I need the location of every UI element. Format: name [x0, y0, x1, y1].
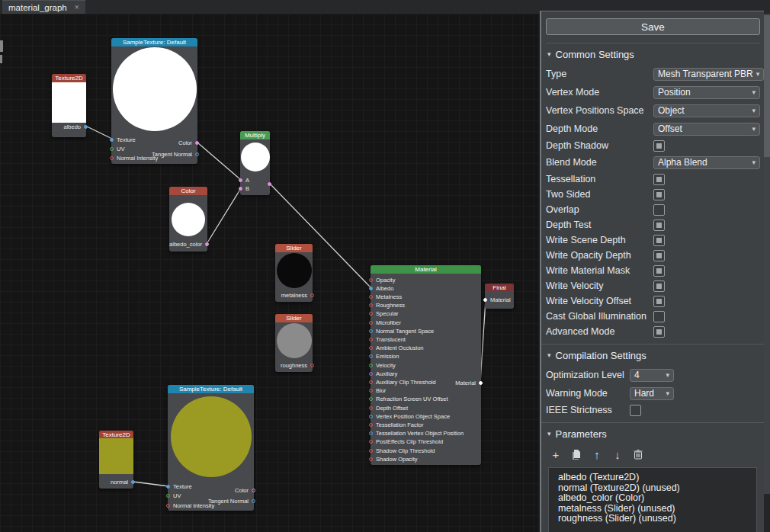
input-port-emission[interactable]: [369, 354, 373, 358]
input-port-depth-offset[interactable]: [369, 406, 373, 410]
type-dropdown[interactable]: Mesh Transparent PBR▾: [653, 68, 764, 81]
advanced-mode-checkbox[interactable]: [653, 326, 665, 338]
parameter-list-item[interactable]: albedo (Texture2D): [558, 473, 756, 483]
node-header[interactable]: Slider: [275, 314, 313, 322]
input-port-normal-intensity[interactable]: [166, 504, 170, 508]
input-port-auxiliary-clip-threshold[interactable]: [369, 380, 373, 384]
input-port-material[interactable]: [483, 298, 487, 302]
parameter-list-item[interactable]: albedo_color (Color): [558, 493, 756, 504]
output-port-albedo_color[interactable]: [205, 242, 209, 246]
node-texture2d-albedo[interactable]: Texture2Dalbedo: [52, 74, 86, 137]
input-port-vertex-position-object-space[interactable]: [369, 415, 373, 418]
cast-global-illumination-checkbox[interactable]: [653, 311, 665, 322]
input-port-shadow-clip-threshold[interactable]: [369, 449, 373, 453]
vertex-positions-space-dropdown[interactable]: Object▾: [653, 104, 760, 117]
node-header[interactable]: SampleTexture: Default: [111, 38, 197, 46]
input-port-albedo[interactable]: [369, 287, 373, 290]
node-sampletexture-albedo[interactable]: SampleTexture: DefaultTextureUVNormal In…: [111, 38, 197, 164]
parameter-list-item[interactable]: roughness (Slider) (unused): [558, 514, 756, 524]
input-port-b[interactable]: [239, 187, 242, 191]
input-port-uv[interactable]: [166, 494, 170, 498]
duplicate-parameter-icon[interactable]: [569, 447, 583, 461]
tab-material-graph[interactable]: material_graph ×: [2, 0, 85, 14]
output-port-tangent-normal[interactable]: [195, 152, 199, 156]
parameters-list[interactable]: albedo (Texture2D)normal (Texture2D) (un…: [548, 467, 757, 532]
node-sampletexture-normal[interactable]: SampleTexture: DefaultTextureUVNormal In…: [168, 385, 254, 511]
node-material[interactable]: MaterialOpacityAlbedoMetalnessRoughnessS…: [371, 265, 481, 465]
input-port-ambient-occlusion[interactable]: [369, 346, 373, 350]
optimization-level-dropdown[interactable]: 4▾: [630, 369, 674, 382]
input-port-refraction-screen-uv-offset[interactable]: [369, 397, 373, 401]
node-final[interactable]: FinalMaterial: [485, 284, 514, 309]
input-port-translucent[interactable]: [369, 338, 373, 341]
input-port-shadow-opacity[interactable]: [369, 457, 373, 461]
write-velocity-offset-checkbox[interactable]: [653, 296, 665, 307]
input-port-posteffects-clip-threshold[interactable]: [369, 440, 373, 444]
save-button[interactable]: Save: [546, 18, 760, 35]
output-port-tangent-normal[interactable]: [252, 499, 255, 503]
ieee-strictness-checkbox[interactable]: [630, 405, 641, 416]
tab-close-icon[interactable]: ×: [75, 3, 79, 11]
node-header[interactable]: Final: [485, 284, 514, 292]
parameter-list-item[interactable]: metalness (Slider) (unused): [558, 504, 756, 514]
input-port-a[interactable]: [239, 178, 242, 182]
write-velocity-checkbox[interactable]: [653, 280, 665, 292]
input-port-specular[interactable]: [369, 312, 373, 316]
section-header-compilation-settings[interactable]: ▾Compilation Settings: [541, 345, 764, 366]
input-port-microfiber[interactable]: [369, 321, 373, 325]
output-port-metalness[interactable]: [310, 293, 314, 297]
write-material-mask-checkbox[interactable]: [653, 265, 665, 277]
output-port-out[interactable]: [268, 182, 271, 186]
node-graph-canvas[interactable]: Texture2DalbedoSampleTexture: DefaultTex…: [0, 14, 538, 532]
input-port-tessellation-vertex-object-position[interactable]: [369, 431, 373, 435]
panel-scrollbar-thumb[interactable]: [764, 15, 770, 157]
output-port-roughness[interactable]: [310, 364, 314, 367]
vertex-mode-dropdown[interactable]: Position▾: [653, 86, 760, 99]
blend-mode-dropdown[interactable]: Alpha Blend▾: [653, 156, 760, 169]
move-parameter-down-icon[interactable]: ↓: [611, 447, 624, 461]
input-port-roughness[interactable]: [369, 303, 373, 307]
write-opacity-depth-checkbox[interactable]: [653, 250, 665, 261]
input-port-texture[interactable]: [166, 485, 170, 489]
input-port-metalness[interactable]: [369, 295, 373, 299]
section-header-parameters[interactable]: ▾Parameters: [541, 423, 764, 444]
output-port-color[interactable]: [195, 141, 199, 145]
write-scene-depth-checkbox[interactable]: [653, 235, 665, 246]
input-port-normal-intensity[interactable]: [110, 156, 114, 160]
input-port-uv[interactable]: [110, 147, 114, 151]
parameter-list-item[interactable]: normal (Texture2D) (unused): [558, 483, 756, 494]
output-port-material[interactable]: [479, 381, 483, 385]
tessellation-checkbox[interactable]: [653, 174, 665, 185]
overlap-checkbox[interactable]: [653, 204, 665, 216]
input-port-texture[interactable]: [110, 138, 114, 142]
node-slider-metalness[interactable]: Slidermetalness: [275, 244, 313, 302]
delete-parameter-icon[interactable]: [631, 447, 645, 461]
node-texture2d-normal[interactable]: Texture2Dnormal: [99, 431, 133, 489]
input-port-velocity[interactable]: [369, 364, 373, 367]
node-color-albedo-color[interactable]: Coloralbedo_color: [169, 187, 207, 252]
depth-shadow-checkbox[interactable]: [653, 140, 665, 152]
output-port-albedo[interactable]: [84, 125, 88, 129]
section-header-common-settings[interactable]: ▾Common Settings: [541, 43, 764, 65]
node-header[interactable]: SampleTexture: Default: [168, 385, 254, 393]
output-port-color[interactable]: [252, 489, 255, 492]
add-parameter-icon[interactable]: +: [549, 447, 563, 461]
node-slider-roughness[interactable]: Sliderroughness: [275, 314, 313, 372]
two-sided-checkbox[interactable]: [653, 189, 665, 200]
node-header[interactable]: Material: [371, 265, 481, 274]
depth-test-checkbox[interactable]: [653, 220, 665, 231]
node-header[interactable]: Texture2D: [52, 74, 86, 82]
move-parameter-up-icon[interactable]: ↑: [590, 447, 604, 461]
node-header[interactable]: Multiply: [240, 131, 270, 139]
input-port-auxiliary[interactable]: [369, 372, 373, 376]
depth-mode-dropdown[interactable]: Offset▾: [653, 123, 760, 136]
output-port-normal[interactable]: [131, 480, 135, 484]
warning-mode-dropdown[interactable]: Hard▾: [630, 387, 674, 400]
input-port-normal-tangent-space[interactable]: [369, 329, 373, 333]
input-port-blur[interactable]: [369, 389, 373, 393]
input-port-opacity[interactable]: [369, 278, 373, 282]
node-multiply[interactable]: MultiplyAB: [240, 131, 270, 195]
node-header[interactable]: Slider: [275, 244, 313, 252]
input-port-tessellation-factor[interactable]: [369, 423, 373, 427]
node-header[interactable]: Color: [169, 187, 207, 195]
